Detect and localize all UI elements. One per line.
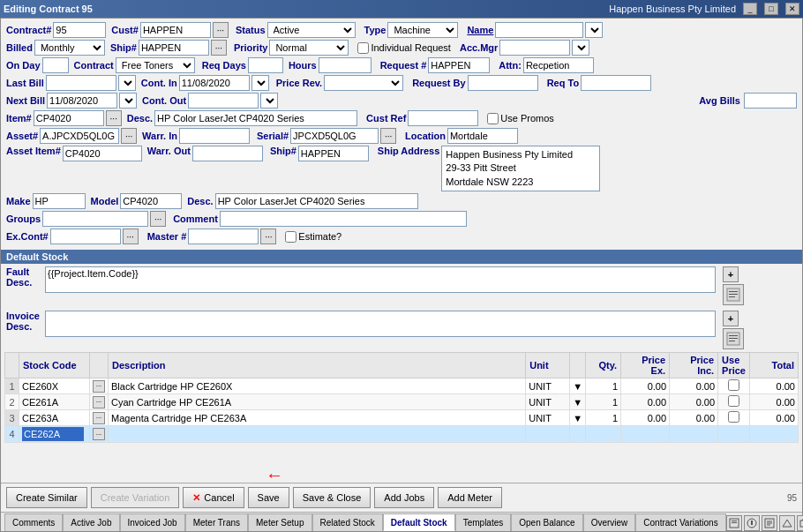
cust-ref-input[interactable] xyxy=(408,110,478,126)
fault-desc-add-button[interactable]: + xyxy=(723,266,739,282)
warr-out-input[interactable] xyxy=(192,146,263,161)
master-dots-button[interactable]: ··· xyxy=(260,229,276,244)
last-bill-input[interactable] xyxy=(46,75,116,91)
location-input[interactable] xyxy=(447,128,518,144)
use-price-checkbox[interactable] xyxy=(728,379,739,391)
hours-input[interactable] xyxy=(319,57,371,73)
groups-input[interactable] xyxy=(42,211,148,227)
name-select[interactable] xyxy=(585,22,603,38)
tab-default-stock[interactable]: Default Stock xyxy=(383,513,455,531)
warr-in-input[interactable] xyxy=(179,128,250,144)
request-input[interactable] xyxy=(428,57,490,73)
cancel-button[interactable]: ✕ Cancel xyxy=(183,487,244,508)
row-dots-button[interactable]: ··· xyxy=(93,380,105,393)
tab-comments[interactable]: Comments xyxy=(4,513,63,531)
fault-desc-textarea[interactable]: {{Project.Item.Code}} xyxy=(45,266,716,293)
tab-icon-5[interactable] xyxy=(797,515,803,531)
make-input[interactable] xyxy=(33,193,86,209)
invoice-desc-textarea[interactable] xyxy=(45,311,716,337)
last-bill-select[interactable] xyxy=(118,75,136,91)
row-dots-button[interactable]: ··· xyxy=(93,428,105,440)
tab-meter-setup[interactable]: Meter Setup xyxy=(248,513,311,531)
asset-dots-button[interactable]: ··· xyxy=(121,128,137,144)
master-input[interactable] xyxy=(188,229,259,244)
invoice-desc-add-button[interactable]: + xyxy=(723,311,739,326)
tab-invoiced-job[interactable]: Invoiced Job xyxy=(120,513,185,531)
acc-mgr-select[interactable] xyxy=(572,40,589,56)
avg-bills-input[interactable] xyxy=(744,93,797,109)
item-input[interactable] xyxy=(34,110,104,126)
ex-cont-input[interactable] xyxy=(50,229,121,244)
request-by-input[interactable] xyxy=(468,75,538,91)
asset-item-input[interactable] xyxy=(63,146,142,161)
name-input[interactable] xyxy=(495,22,583,38)
comment-input[interactable] xyxy=(220,211,467,227)
tab-icon-1[interactable] xyxy=(726,515,742,531)
fault-desc-img-button[interactable] xyxy=(723,284,744,305)
cont-out-select[interactable] xyxy=(260,93,278,109)
use-price-checkbox[interactable] xyxy=(728,395,739,407)
billed-select[interactable]: MonthlyQuarterlyAnnual xyxy=(34,40,105,56)
attn-input[interactable] xyxy=(523,57,594,73)
on-day-input[interactable] xyxy=(42,57,69,73)
item-dots-button[interactable]: ··· xyxy=(106,110,122,126)
unit-dropdown[interactable]: ▼ xyxy=(573,413,582,423)
contract2-select[interactable]: Free Toners xyxy=(116,57,195,73)
type-select[interactable]: MachineOther xyxy=(387,22,458,38)
cont-in-select[interactable] xyxy=(251,75,269,91)
use-promos-checkbox[interactable] xyxy=(487,113,499,124)
row-dots-button[interactable]: ··· xyxy=(93,412,105,424)
create-variation-button[interactable]: Create Variation xyxy=(91,487,180,508)
unit-dropdown[interactable]: ▼ xyxy=(573,381,582,392)
price-rev-select[interactable] xyxy=(324,75,403,91)
cust-input[interactable] xyxy=(140,22,211,38)
use-price-checkbox[interactable] xyxy=(728,411,739,423)
create-similar-button[interactable]: Create Similar xyxy=(6,487,87,508)
tab-open-balance[interactable]: Open Balance xyxy=(511,513,582,531)
tab-active-job[interactable]: Active Job xyxy=(63,513,119,531)
groups-dots-button[interactable]: ··· xyxy=(150,211,166,227)
tab-related-stock[interactable]: Related Stock xyxy=(312,513,383,531)
save-close-button[interactable]: Save & Close xyxy=(293,487,371,508)
contract-input[interactable] xyxy=(53,22,106,38)
acc-mgr-input[interactable] xyxy=(499,40,570,56)
save-button[interactable]: Save xyxy=(248,487,289,508)
tab-icon-3[interactable] xyxy=(762,515,777,531)
tab-meter-trans[interactable]: Meter Trans xyxy=(185,513,248,531)
tab-icon-2[interactable] xyxy=(744,515,760,531)
restore-button[interactable]: □ xyxy=(764,3,778,15)
tab-contract-variations[interactable]: Contract Variations xyxy=(635,513,725,531)
asset-input[interactable] xyxy=(40,128,119,144)
req-to-input[interactable] xyxy=(581,75,651,91)
ship-input[interactable] xyxy=(139,40,209,56)
next-bill-input[interactable] xyxy=(47,93,117,109)
tab-templates[interactable]: Templates xyxy=(455,513,512,531)
add-jobs-button[interactable]: Add Jobs xyxy=(374,487,434,508)
ship-dots-button[interactable]: ··· xyxy=(211,40,227,56)
unit-dropdown[interactable]: ▼ xyxy=(573,397,582,408)
serial-input[interactable] xyxy=(290,128,379,144)
tab-icon-4[interactable] xyxy=(779,515,795,531)
desc-input[interactable] xyxy=(154,110,357,126)
cont-out-input[interactable] xyxy=(188,93,259,109)
serial-dots-button[interactable]: ··· xyxy=(380,128,396,144)
cont-in-input[interactable] xyxy=(179,75,250,91)
ex-cont-dots-button[interactable]: ··· xyxy=(123,229,139,244)
cust-dots-button[interactable]: ··· xyxy=(213,22,229,38)
status-select[interactable]: ActiveInactivePending xyxy=(267,22,356,38)
priority-select[interactable]: NormalHighLow xyxy=(269,40,349,56)
req-days-input[interactable] xyxy=(248,57,283,73)
desc2-input[interactable] xyxy=(215,193,418,209)
model-input[interactable] xyxy=(120,193,182,209)
ship2-input[interactable] xyxy=(298,146,369,161)
stock-code-input[interactable] xyxy=(22,427,84,441)
invoice-desc-img-button[interactable] xyxy=(723,328,744,349)
tab-overview[interactable]: Overview xyxy=(583,513,636,531)
add-meter-button[interactable]: Add Meter xyxy=(438,487,502,508)
next-bill-select[interactable] xyxy=(119,93,137,109)
row-dots-button[interactable]: ··· xyxy=(93,396,105,408)
minimize-button[interactable]: _ xyxy=(743,3,757,15)
close-button[interactable]: ✕ xyxy=(785,3,799,15)
individual-request-checkbox[interactable] xyxy=(357,42,369,54)
estimate-checkbox[interactable] xyxy=(285,231,296,243)
